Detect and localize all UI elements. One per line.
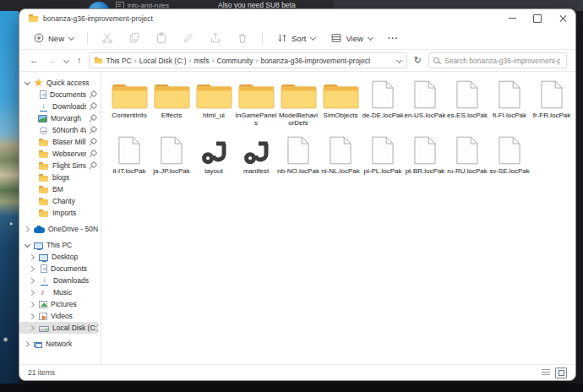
file-item[interactable]: ru-RU.locPak bbox=[446, 133, 488, 187]
sidebar-item[interactable]: Charity bbox=[19, 195, 98, 207]
address-dropdown-button[interactable] bbox=[396, 57, 403, 64]
file-item[interactable]: nb-NO.locPak bbox=[277, 133, 319, 187]
file-item[interactable]: fi-FI.locPak bbox=[488, 77, 531, 131]
maximize-button[interactable] bbox=[525, 9, 550, 27]
sidebar-item[interactable]: Desktop bbox=[19, 251, 98, 263]
copy-button[interactable] bbox=[125, 30, 144, 46]
file-item[interactable]: pt-BR.locPak bbox=[404, 133, 446, 187]
share-icon bbox=[210, 32, 221, 44]
file-item[interactable]: layout bbox=[193, 133, 235, 187]
recent-locations-button[interactable] bbox=[63, 57, 70, 64]
file-icon bbox=[499, 80, 520, 109]
file-icon bbox=[414, 136, 436, 165]
file-item[interactable]: ja-JP.locPak bbox=[150, 133, 193, 187]
pin-icon bbox=[90, 115, 96, 122]
file-item[interactable]: html_ui bbox=[193, 77, 235, 131]
file-icon bbox=[499, 136, 520, 165]
share-button[interactable] bbox=[206, 30, 225, 46]
breadcrumb-segment[interactable]: bonanza-g36-improvement-project › bbox=[260, 57, 370, 65]
file-item[interactable]: InGamePanels bbox=[235, 77, 277, 131]
computer-icon bbox=[34, 242, 43, 249]
search-input[interactable] bbox=[443, 56, 562, 66]
see-more-button[interactable]: ··· bbox=[384, 32, 402, 45]
delete-button[interactable] bbox=[233, 30, 252, 46]
divider bbox=[262, 32, 263, 44]
file-item[interactable]: en-US.locPak bbox=[404, 77, 446, 131]
details-view-button[interactable] bbox=[542, 369, 550, 377]
file-item[interactable]: fr-FR.locPak bbox=[531, 77, 573, 131]
file-icon bbox=[541, 80, 563, 109]
close-button[interactable] bbox=[550, 9, 575, 27]
sidebar-item[interactable]: Downloads bbox=[19, 275, 98, 286]
file-item[interactable]: pl-PL.locPak bbox=[362, 133, 404, 187]
chevron-right-icon bbox=[30, 278, 35, 284]
screen: info-and-rules Also you need SU8 beta bo… bbox=[0, 0, 583, 392]
view-button[interactable]: View bbox=[327, 30, 375, 46]
file-item[interactable]: SimObjects bbox=[319, 77, 362, 131]
paste-icon bbox=[155, 32, 167, 44]
sidebar-item[interactable]: Local Disk (C:) bbox=[19, 322, 98, 334]
chevron-right-icon bbox=[30, 254, 35, 260]
sidebar-item[interactable]: Webserver Files bbox=[19, 148, 98, 160]
sidebar-item[interactable]: Documents bbox=[19, 263, 98, 275]
file-item[interactable]: ContentInfo bbox=[108, 77, 150, 131]
sidebar-item[interactable]: Documents bbox=[19, 89, 98, 101]
sidebar-item[interactable]: Flight Simulator bbox=[19, 160, 98, 172]
sidebar-item[interactable]: Morvargh bbox=[19, 112, 98, 124]
sidebar-item[interactable]: blogs bbox=[19, 172, 98, 183]
file-item[interactable]: it-IT.locPak bbox=[108, 133, 150, 187]
network-icon bbox=[34, 342, 42, 347]
new-button[interactable]: New bbox=[30, 30, 77, 46]
paste-button[interactable] bbox=[152, 30, 171, 46]
up-button[interactable]: ↑ bbox=[75, 56, 84, 65]
folder-icon bbox=[281, 82, 317, 109]
sidebar-item-this-pc[interactable]: This PC bbox=[19, 239, 98, 251]
view-icon bbox=[330, 32, 342, 44]
large-icons-view-button[interactable] bbox=[555, 368, 567, 378]
sidebar-item[interactable]: Imports bbox=[19, 207, 98, 219]
file-grid: ContentInfo bbox=[108, 77, 575, 188]
sidebar-item[interactable]: Music bbox=[19, 286, 98, 298]
address-bar[interactable]: This PC › Local Disk (C:) › msfs › Commu… bbox=[89, 52, 407, 68]
file-item[interactable]: de-DE.locPak bbox=[362, 77, 404, 131]
chevron-down-icon bbox=[25, 242, 30, 248]
rename-button[interactable] bbox=[179, 30, 198, 46]
sidebar-item[interactable]: 50North 4West bbox=[19, 124, 98, 136]
sidebar-item[interactable]: Blaser Mills bbox=[19, 136, 98, 148]
breadcrumb-segment[interactable]: Community › bbox=[216, 57, 259, 65]
file-item[interactable]: Effects bbox=[150, 77, 193, 131]
minimize-icon bbox=[509, 18, 516, 19]
sidebar-item[interactable]: Downloads bbox=[19, 101, 98, 112]
forward-button[interactable]: → bbox=[46, 56, 58, 65]
cut-button[interactable] bbox=[98, 30, 117, 46]
breadcrumb-segment[interactable]: This PC › bbox=[106, 57, 138, 65]
sidebar-item-network[interactable]: Network bbox=[19, 338, 98, 350]
chevron-right-icon: › bbox=[133, 57, 138, 65]
refresh-button[interactable]: ↻ bbox=[412, 55, 423, 66]
drive-icon bbox=[39, 326, 49, 332]
cut-icon bbox=[101, 32, 113, 44]
file-item[interactable]: nl-NL.locPak bbox=[319, 133, 362, 187]
explorer-window: bonanza-g36-improvement-project New bbox=[19, 8, 576, 381]
breadcrumb-segment[interactable]: msfs › bbox=[193, 57, 215, 65]
sort-icon bbox=[276, 32, 288, 44]
sidebar-item-onedrive[interactable]: OneDrive - 50North 4West ltd bbox=[19, 223, 98, 235]
file-item[interactable]: es-ES.locPak bbox=[446, 77, 488, 131]
back-button[interactable]: ← bbox=[28, 56, 41, 65]
sidebar-item[interactable]: BM bbox=[19, 183, 98, 195]
file-item[interactable]: manifest bbox=[235, 133, 277, 187]
breadcrumb-segment[interactable]: Local Disk (C:) › bbox=[139, 57, 193, 65]
pictures-icon bbox=[39, 301, 47, 308]
file-item[interactable]: sv-SE.locPak bbox=[488, 133, 531, 187]
sidebar-item-quick-access[interactable]: Quick access bbox=[19, 77, 98, 89]
minimize-button[interactable] bbox=[499, 9, 525, 27]
sidebar-item[interactable]: Pictures bbox=[19, 298, 98, 310]
chevron-right-icon bbox=[30, 313, 35, 319]
file-item[interactable]: ModelBehaviorDefs bbox=[277, 77, 319, 131]
file-icon bbox=[372, 80, 394, 109]
folder-icon bbox=[38, 209, 49, 218]
sidebar-item[interactable]: Videos bbox=[19, 310, 98, 322]
sort-button[interactable]: Sort bbox=[273, 30, 319, 46]
folder-icon bbox=[38, 138, 49, 147]
file-icon bbox=[456, 80, 478, 109]
